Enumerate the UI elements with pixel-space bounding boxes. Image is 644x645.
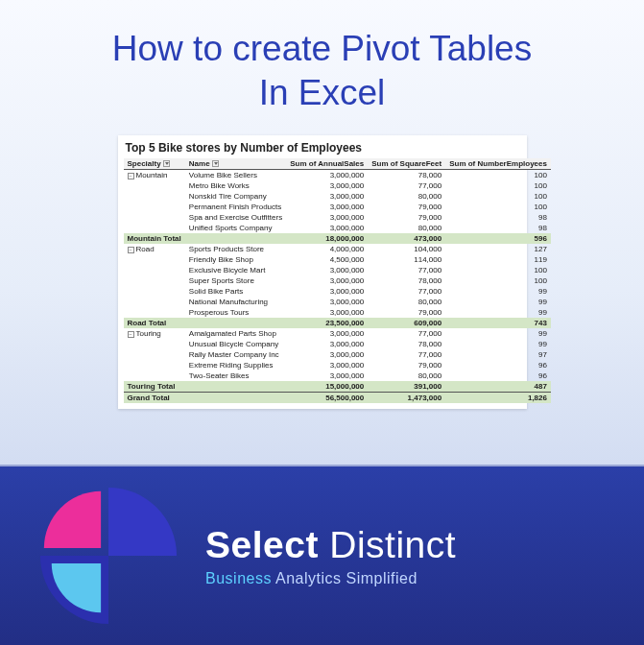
tag-analytics: Analytics Simplified — [275, 570, 417, 586]
cell-name: Spa and Exercise Outfitters — [185, 212, 286, 223]
cell-sales: 3,000,000 — [286, 223, 368, 233]
brand-word-distinct: Distinct — [329, 524, 456, 565]
cell-sales: 3,000,000 — [286, 297, 368, 307]
cell-specialty — [124, 202, 185, 212]
grand-total-row: Grand Total56,500,0001,473,0001,826 — [124, 392, 551, 403]
cell-sqft: 78,000 — [368, 275, 445, 286]
cell-sqft: 79,000 — [368, 212, 445, 223]
subtotal-sales: 23,500,000 — [286, 318, 368, 328]
cell-name: Exclusive Bicycle Mart — [185, 265, 286, 275]
col-sqft: Sum of SquareFeet — [368, 158, 445, 170]
cell-sales: 3,000,000 — [286, 202, 368, 212]
cell-name: Prosperous Tours — [185, 307, 286, 318]
table-row: −RoadSports Products Store4,000,000104,0… — [124, 244, 551, 254]
cell-sales: 3,000,000 — [286, 180, 368, 191]
cell-specialty — [124, 180, 185, 191]
cell-sales: 3,000,000 — [286, 286, 368, 297]
cell-name: Extreme Riding Supplies — [185, 360, 286, 370]
table-row: −TouringAmalgamated Parts Shop3,000,0007… — [124, 328, 551, 339]
cell-sqft: 77,000 — [368, 286, 445, 297]
cell-emp: 98 — [445, 223, 551, 233]
cell-specialty — [124, 307, 185, 318]
cell-emp: 100 — [445, 265, 551, 275]
table-row: Spa and Exercise Outfitters3,000,00079,0… — [124, 212, 551, 223]
cell-specialty — [124, 339, 185, 349]
cell-sales: 4,000,000 — [286, 244, 368, 254]
cell-emp: 96 — [445, 370, 551, 381]
cell-name: Nonskid Tire Company — [185, 191, 286, 202]
cell-sales: 3,000,000 — [286, 275, 368, 286]
table-row: Unified Sports Company3,000,00080,00098 — [124, 223, 551, 233]
cell-emp: 99 — [445, 307, 551, 318]
cell-name: Unusual Bicycle Company — [185, 339, 286, 349]
subtotal-emp: 596 — [445, 233, 551, 244]
cell-emp: 100 — [445, 191, 551, 202]
cell-sqft: 77,000 — [368, 180, 445, 191]
cell-name: Metro Bike Works — [185, 180, 286, 191]
brand-name: Select Distinct — [205, 524, 456, 566]
cell-name: Permanent Finish Products — [185, 202, 286, 212]
brand-tagline: Business Analytics Simplified — [205, 570, 456, 587]
brand-text: Select Distinct Business Analytics Simpl… — [205, 524, 456, 587]
subtotal-row: Road Total23,500,000609,000743 — [124, 318, 551, 328]
cell-emp: 96 — [445, 360, 551, 370]
cell-sales: 3,000,000 — [286, 349, 368, 360]
brand-logo — [33, 480, 184, 632]
col-name[interactable]: Name — [185, 158, 286, 170]
col-specialty[interactable]: Specialty — [124, 158, 185, 170]
table-row: Rally Master Company Inc3,000,00077,0009… — [124, 349, 551, 360]
cell-sales: 3,000,000 — [286, 328, 368, 339]
cell-sales: 3,000,000 — [286, 360, 368, 370]
subtotal-sales: 18,000,000 — [286, 233, 368, 244]
pivot-title: Top 5 Bike stores by Number of Employees — [126, 141, 521, 155]
subtotal-row: Touring Total15,000,000391,000487 — [124, 381, 551, 393]
brand-word-select: Select — [205, 524, 329, 565]
cell-name: Unified Sports Company — [185, 223, 286, 233]
cell-specialty: −Touring — [124, 328, 185, 339]
footer-banner: Select Distinct Business Analytics Simpl… — [0, 465, 644, 645]
collapse-icon[interactable]: − — [128, 173, 134, 179]
cell-emp: 99 — [445, 297, 551, 307]
subtotal-sqft: 473,000 — [368, 233, 445, 244]
cell-sales: 3,000,000 — [286, 370, 368, 381]
col-emp: Sum of NumberEmployees — [445, 158, 551, 170]
table-row: Nonskid Tire Company3,000,00080,000100 — [124, 191, 551, 202]
collapse-icon[interactable]: − — [128, 247, 134, 253]
cell-emp: 99 — [445, 286, 551, 297]
cell-sales: 3,000,000 — [286, 339, 368, 349]
cell-sqft: 114,000 — [368, 254, 445, 265]
cell-sqft: 79,000 — [368, 360, 445, 370]
grand-sqft: 1,473,000 — [368, 392, 445, 403]
cell-sales: 4,500,000 — [286, 254, 368, 265]
cell-sales: 3,000,000 — [286, 191, 368, 202]
cell-emp: 99 — [445, 339, 551, 349]
table-row: Prosperous Tours3,000,00079,00099 — [124, 307, 551, 318]
grand-sales: 56,500,000 — [286, 392, 368, 403]
cell-emp: 100 — [445, 275, 551, 286]
cell-specialty — [124, 297, 185, 307]
collapse-icon[interactable]: − — [128, 331, 134, 338]
table-row: Solid Bike Parts3,000,00077,00099 — [124, 286, 551, 297]
dropdown-icon[interactable] — [212, 160, 219, 167]
subtotal-label: Mountain Total — [124, 233, 185, 244]
table-row: Permanent Finish Products3,000,00079,000… — [124, 202, 551, 212]
cell-sales: 3,000,000 — [286, 307, 368, 318]
subtotal-emp: 487 — [445, 381, 551, 393]
table-row: Two-Seater Bikes3,000,00080,00096 — [124, 370, 551, 381]
subtotal-sqft: 609,000 — [368, 318, 445, 328]
cell-sqft: 79,000 — [368, 307, 445, 318]
cell-name: Amalgamated Parts Shop — [185, 328, 286, 339]
cell-specialty: −Road — [124, 244, 185, 254]
cell-emp: 100 — [445, 180, 551, 191]
cell-name: Super Sports Store — [185, 275, 286, 286]
table-row: Exclusive Bicycle Mart3,000,00077,000100 — [124, 265, 551, 275]
grand-label: Grand Total — [124, 392, 185, 403]
dropdown-icon[interactable] — [163, 160, 170, 167]
cell-sales: 3,000,000 — [286, 169, 368, 180]
cell-specialty — [124, 191, 185, 202]
pivot-table-card: Top 5 Bike stores by Number of Employees… — [118, 135, 527, 409]
table-row: National Manufacturing3,000,00080,00099 — [124, 297, 551, 307]
cell-specialty: −Mountain — [124, 169, 185, 180]
cell-specialty — [124, 360, 185, 370]
grand-emp: 1,826 — [445, 392, 551, 403]
